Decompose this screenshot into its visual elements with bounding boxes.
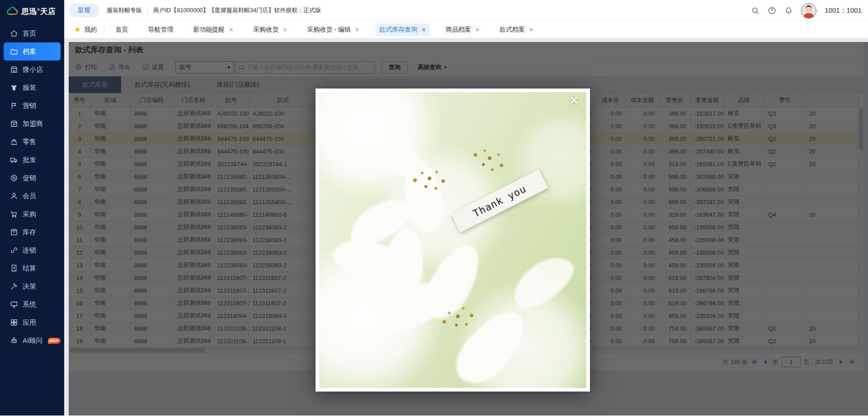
sidebar-nav: 首页档案微小店服装营销加盟商零售批发促销会员采购库存连锁结算决策系统应用AI顾问… (0, 24, 64, 350)
sidebar-item-label: 档案 (23, 47, 36, 56)
sidebar-item-label: 决策 (23, 282, 36, 291)
percent-icon (10, 174, 18, 182)
sidebar-item-marketing[interactable]: 营销 (4, 97, 61, 115)
shop-plus-icon (10, 120, 18, 128)
robot-icon (10, 336, 18, 345)
close-icon[interactable]: ✕ (529, 27, 533, 33)
sidebar-item-label: 连锁 (23, 246, 36, 255)
close-icon[interactable]: ✕ (229, 27, 233, 33)
sidebar-item-purchase[interactable]: 采购 (4, 205, 61, 223)
sidebar: 思迅®天店 首页档案微小店服装营销加盟商零售批发促销会员采购库存连锁结算决策系统… (0, 0, 64, 415)
sidebar-item-chain[interactable]: 连锁 (4, 241, 61, 259)
close-icon[interactable]: ✕ (421, 27, 426, 33)
tab-style-archive[interactable]: 款式档案✕ (496, 23, 537, 36)
sidebar-item-archives[interactable]: 档案 (4, 42, 61, 61)
tab-new-features[interactable]: 新功能提醒✕ (189, 23, 237, 36)
receipt-icon (10, 264, 18, 272)
tab-goods-archive[interactable]: 商品档案✕ (442, 23, 483, 36)
sidebar-item-label: 零售 (23, 138, 36, 146)
sidebar-item-label: 库存 (23, 228, 36, 237)
flag-icon (10, 102, 18, 110)
sidebar-item-label: 会员 (23, 192, 36, 201)
link-icon (10, 246, 18, 254)
user-id: 1001：1001 (825, 6, 862, 15)
sidebar-item-inventory[interactable]: 库存 (4, 223, 61, 241)
edition-label: 服装鞋帽专版 (107, 6, 142, 14)
cloud-logo-icon (6, 5, 18, 17)
flower-photo: Thank you ✕ (319, 92, 586, 388)
tab-home[interactable]: 首页 (112, 23, 132, 36)
sidebar-item-apparel[interactable]: 服装 (4, 79, 61, 97)
box-icon (10, 228, 18, 236)
close-icon[interactable]: ✕ (569, 95, 579, 107)
bag-icon (10, 138, 18, 146)
tab-style-stock-query[interactable]: 款式库存查询✕ (376, 23, 429, 36)
sidebar-item-retail[interactable]: 零售 (4, 133, 61, 151)
sidebar-item-decision[interactable]: 决策 (4, 277, 61, 295)
tab-label: 商品档案 (446, 26, 471, 34)
folder-icon (10, 47, 18, 56)
announcement-modal: Thank you ✕ (316, 89, 590, 392)
sidebar-item-label: 首页 (23, 29, 36, 38)
sidebar-item-apps[interactable]: 应用 (4, 313, 61, 331)
sidebar-item-promotion[interactable]: 促销 (4, 169, 61, 187)
divider (104, 27, 104, 33)
sidebar-item-label: 采购 (23, 210, 36, 219)
sidebar-item-label: 服装 (23, 84, 36, 92)
tab-label: 采购收货 - 编辑 (307, 26, 350, 34)
sidebar-item-label: 结算 (23, 264, 36, 273)
user-icon (10, 192, 18, 200)
help-icon[interactable] (768, 6, 776, 15)
sidebar-item-label: 批发 (23, 156, 36, 164)
sidebar-item-label: 系统 (23, 300, 36, 309)
tab-nav-manage[interactable]: 导航管理 (144, 23, 177, 36)
close-icon[interactable]: ✕ (355, 27, 359, 33)
logo-text: 思迅®天店 (21, 6, 56, 17)
product-pill[interactable]: 星耀 (69, 4, 99, 17)
bell-icon[interactable] (784, 6, 793, 15)
cart-icon (10, 210, 18, 218)
avatar[interactable] (801, 3, 816, 19)
sidebar-item-label: 应用 (23, 318, 36, 327)
topbar: 星耀 服装鞋帽专版 商户ID【81000000】【星耀服装鞋帽34门店】软件授权… (64, 0, 868, 21)
shop-icon (10, 65, 18, 74)
sidebar-item-member[interactable]: 会员 (4, 187, 61, 205)
close-icon[interactable]: ✕ (283, 27, 287, 33)
merchant-info: 商户ID【81000000】【星耀服装鞋帽34门店】软件授权：正式版 (153, 6, 321, 14)
close-icon[interactable]: ✕ (475, 27, 480, 33)
sidebar-item-franchisee[interactable]: 加盟商 (4, 115, 61, 133)
tab-label: 新功能提醒 (193, 26, 225, 34)
sidebar-item-label: 促销 (23, 174, 36, 182)
tab-label: 款式档案 (500, 26, 525, 34)
sidebar-item-label: AI顾问 (23, 336, 42, 345)
tab-purchase-receive-edit[interactable]: 采购收货 - 编辑✕ (303, 23, 363, 36)
app-logo: 思迅®天店 (0, 0, 64, 22)
sidebar-item-micro-store[interactable]: 微小店 (4, 61, 61, 79)
sidebar-item-system[interactable]: 系统 (4, 295, 61, 313)
gavel-icon (10, 282, 18, 290)
sidebar-item-home[interactable]: 首页 (4, 24, 61, 42)
tab-label: 款式库存查询 (379, 26, 417, 34)
tab-mine[interactable]: 我的 (84, 26, 97, 34)
home-icon (10, 29, 18, 37)
monitor-icon (10, 300, 18, 308)
tab-purchase-receive[interactable]: 采购收货✕ (250, 23, 291, 36)
tab-label: 首页 (115, 26, 128, 34)
sidebar-item-ai-advisor[interactable]: AI顾问NEW (4, 331, 61, 350)
sidebar-item-wholesale[interactable]: 批发 (4, 151, 61, 169)
sidebar-item-label: 微小店 (23, 65, 43, 74)
sidebar-item-settlement[interactable]: 结算 (4, 259, 61, 277)
tab-list: 首页导航管理新功能提醒✕采购收货✕采购收货 - 编辑✕款式库存查询✕商品档案✕款… (112, 23, 550, 36)
search-icon[interactable] (751, 6, 760, 15)
divider (147, 7, 148, 14)
shirt-icon (10, 84, 18, 92)
new-badge: NEW (48, 338, 61, 344)
grid-icon (10, 318, 18, 327)
sidebar-item-label: 营销 (23, 102, 36, 110)
topbar-right: 1001：1001 (751, 0, 862, 21)
tabbar: ★ 我的 首页导航管理新功能提醒✕采购收货✕采购收货 - 编辑✕款式库存查询✕商… (64, 21, 868, 38)
truck-icon (10, 156, 18, 164)
sidebar-item-label: 加盟商 (23, 120, 43, 128)
star-icon[interactable]: ★ (74, 25, 81, 34)
tab-label: 采购收货 (253, 26, 278, 34)
